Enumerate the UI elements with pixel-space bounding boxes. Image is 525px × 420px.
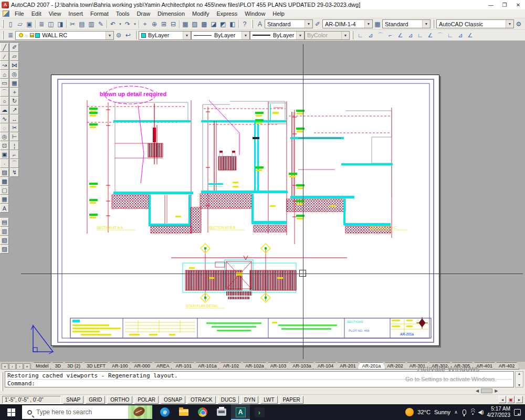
tab-ar-305[interactable]: AR-305 <box>449 362 475 370</box>
tab-ar-202[interactable]: AR-202 <box>382 362 408 370</box>
tab-ar-101a[interactable]: AR-101a <box>193 362 222 370</box>
tab-model[interactable]: Model <box>31 362 54 370</box>
construction-line-icon[interactable]: ∕ <box>0 52 9 61</box>
offset-icon[interactable]: ◎ <box>10 70 19 79</box>
tab-ar-000[interactable]: AR-000 <box>130 362 155 370</box>
dim-quick-icon[interactable]: ⌒ <box>435 31 445 40</box>
command-grip[interactable] <box>1 372 3 391</box>
tab-ar-100[interactable]: AR-100 <box>107 362 133 370</box>
chevron-down-icon[interactable]: ▼ <box>422 20 430 28</box>
workspace-combo[interactable]: AutoCAD Classic▼ <box>436 19 514 28</box>
chevron-down-icon[interactable]: ▼ <box>242 32 249 39</box>
new-icon[interactable]: ▯ <box>6 19 15 29</box>
tab-nav-last-icon[interactable]: » <box>24 363 30 370</box>
revcloud-icon[interactable]: ☁ <box>0 106 9 114</box>
save-icon[interactable]: ▣ <box>25 19 34 29</box>
open-icon[interactable]: ▱ <box>15 19 25 29</box>
search-doodle[interactable] <box>128 405 152 419</box>
app-icon-edge[interactable]: e <box>155 404 174 420</box>
chevron-down-icon[interactable]: ▼ <box>183 32 191 39</box>
rotate-icon[interactable]: ↻ <box>10 97 19 106</box>
dim-arc-icon[interactable]: ⌒ <box>375 31 385 40</box>
app-icon-autocad[interactable]: A <box>231 404 250 420</box>
region-icon[interactable]: ▢ <box>0 186 9 195</box>
menu-insert[interactable]: Insert <box>65 10 87 17</box>
toolbar-grip[interactable] <box>2 31 4 39</box>
menu-edit[interactable]: Edit <box>28 10 45 17</box>
table-style-icon[interactable]: ▦ <box>373 19 382 29</box>
fillet-icon[interactable]: ⌒ <box>10 159 19 168</box>
plot-preview-icon[interactable]: ◫ <box>46 19 56 29</box>
scale-icon[interactable]: ↗ <box>10 106 19 114</box>
status-toggle-snap[interactable]: SNAP <box>63 396 83 404</box>
app-icon-share[interactable]: › <box>250 404 269 420</box>
chevron-down-icon[interactable]: ▼ <box>506 20 513 28</box>
ellipse-icon[interactable]: ◌ <box>0 123 9 132</box>
drawing-canvas[interactable]: ╱∕↝⌂▭⌒○☁∿◌◎⊡▣·▨▩▢▦A▤▥▧▨ ✐▱⋈◎▦＋↻↗↔✂⊢¦⌐⌒↯ … <box>0 41 525 362</box>
scroll-down-icon[interactable]: ▼ <box>518 383 521 387</box>
text-style-combo[interactable]: Standard▼ <box>265 19 313 28</box>
hatch-icon[interactable]: ▨ <box>0 168 9 177</box>
zoom-window-icon[interactable]: ⊞ <box>159 19 169 29</box>
copy-object-icon[interactable]: ▱ <box>10 52 19 61</box>
erase-icon[interactable]: ✐ <box>10 43 19 52</box>
tab-nav-first-icon[interactable]: « <box>2 363 8 370</box>
cut-icon[interactable]: ✂ <box>68 19 77 29</box>
chevron-down-icon[interactable]: ▼ <box>296 32 304 39</box>
weather-temp[interactable]: 32°C <box>417 409 430 415</box>
tab-ar-102a[interactable]: AR-102a <box>240 362 269 370</box>
menu-file[interactable]: File <box>11 10 28 17</box>
command-scrollbar[interactable]: ▲▼ <box>515 371 523 387</box>
text-style-icon[interactable]: A <box>255 19 265 29</box>
dim-leader-icon[interactable]: ∠ <box>465 31 475 40</box>
chevron-down-icon[interactable]: ▼ <box>304 20 312 28</box>
menu-format[interactable]: Format <box>87 10 112 17</box>
layer-freeze-icon[interactable]: ☼ <box>24 33 29 38</box>
tab-ar-103a[interactable]: AR-103a <box>288 362 316 370</box>
tab-ar-101[interactable]: AR-101 <box>171 362 197 370</box>
dim-angular-icon[interactable]: ∠ <box>425 31 435 40</box>
chamfer-icon[interactable]: ⌐ <box>10 150 19 159</box>
dim-jogged-icon[interactable]: ⊿ <box>405 31 415 40</box>
linetype-combo[interactable]: ByLayer▼ <box>191 31 250 40</box>
toolbar-grip[interactable] <box>2 20 4 28</box>
close-button[interactable]: ✕ <box>511 1 525 9</box>
chevron-down-icon[interactable]: ▼ <box>106 32 113 39</box>
app-icon-chrome[interactable] <box>193 404 212 420</box>
array-icon[interactable]: ▦ <box>10 79 19 88</box>
command-hscrollbar[interactable]: ◀▶ <box>476 388 513 394</box>
status-toggle-ducs[interactable]: DUCS <box>218 396 239 404</box>
tab-ar-104[interactable]: AR-104 <box>313 362 339 370</box>
status-toggle-osnap[interactable]: OSNAP <box>161 396 185 404</box>
toolbar-grip[interactable] <box>352 31 353 39</box>
table-icon[interactable]: ▦ <box>0 195 9 204</box>
menu-tools[interactable]: Tools <box>112 10 133 17</box>
draworder-back-icon[interactable]: ▥ <box>0 227 9 236</box>
tool-palettes-icon[interactable]: ▩ <box>200 19 209 29</box>
toolbar-grip[interactable] <box>251 20 253 28</box>
match-properties-icon[interactable]: ✎ <box>96 19 106 29</box>
tab-ar-401[interactable]: AR-401 <box>471 362 497 370</box>
paste-icon[interactable]: ▥ <box>87 19 96 29</box>
speaker-icon[interactable]: ◀)) <box>478 410 484 415</box>
make-object-layer-icon[interactable]: ⊜ <box>114 30 123 40</box>
scroll-up-icon[interactable]: ▲ <box>518 372 521 375</box>
mirror-icon[interactable]: ⋈ <box>10 61 19 70</box>
quick-calc-icon[interactable]: ◧ <box>228 19 237 29</box>
dim-ordinate-icon[interactable]: ⌐ <box>385 31 395 40</box>
layer-manager-icon[interactable]: ≣ <box>6 30 15 40</box>
tab-ar-201[interactable]: AR-201 <box>335 362 361 370</box>
scroll-thumb[interactable] <box>481 388 492 393</box>
weather-sun-icon[interactable] <box>405 408 414 416</box>
gradient-icon[interactable]: ▩ <box>0 177 9 186</box>
zoom-realtime-icon[interactable]: ⊕ <box>150 19 159 29</box>
lineweight-combo[interactable]: ByLayer▼ <box>250 31 304 40</box>
app-icon-explorer[interactable] <box>174 404 193 420</box>
layer-on-icon[interactable] <box>19 33 23 37</box>
tab-area[interactable]: AREA <box>152 362 174 370</box>
menu-view[interactable]: View <box>45 10 65 17</box>
status-toggle-paper[interactable]: PAPER <box>280 396 303 404</box>
search-input[interactable] <box>36 408 110 416</box>
dim-continue-icon[interactable]: ⊿ <box>455 31 465 40</box>
status-toggle-dyn[interactable]: DYN <box>241 396 258 404</box>
